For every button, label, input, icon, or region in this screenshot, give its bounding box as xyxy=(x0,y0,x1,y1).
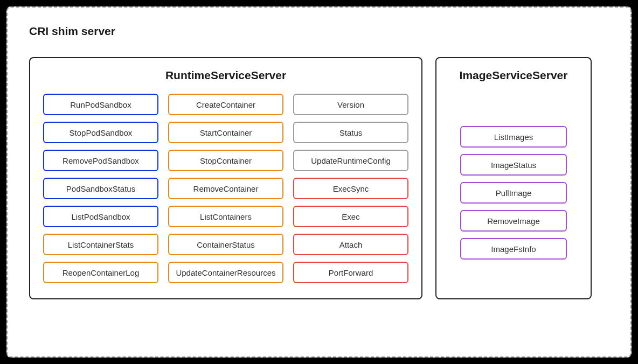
runtime-column-0: RunPodSandbox StopPodSandbox RemovePodSa… xyxy=(43,94,158,283)
method-box: ImageFsInfo xyxy=(460,238,567,260)
runtime-panel-title: RuntimeServiceServer xyxy=(43,69,408,82)
runtime-columns: RunPodSandbox StopPodSandbox RemovePodSa… xyxy=(43,94,408,283)
runtime-column-1: CreateContainer StartContainer StopConta… xyxy=(168,94,283,283)
image-column: ListImages ImageStatus PullImage RemoveI… xyxy=(449,126,578,260)
runtime-column-2: Version Status UpdateRuntimeConfig ExecS… xyxy=(293,94,408,283)
method-box: Status xyxy=(293,122,408,143)
method-box: StopPodSandbox xyxy=(43,122,158,143)
method-box: RemoveContainer xyxy=(168,178,283,199)
method-box: UpdateContainerResources xyxy=(168,262,283,283)
method-box: ListContainers xyxy=(168,206,283,227)
image-panel-title: ImageServiceServer xyxy=(449,69,578,82)
method-box: UpdateRuntimeConfig xyxy=(293,150,408,171)
main-title: CRI shim server xyxy=(29,25,609,38)
panels-row: RuntimeServiceServer RunPodSandbox StopP… xyxy=(29,57,609,299)
method-box: RunPodSandbox xyxy=(43,94,158,115)
method-box: ReopenContainerLog xyxy=(43,262,158,283)
method-box: Version xyxy=(293,94,408,115)
method-box: RemoveImage xyxy=(460,210,567,232)
method-box: ContainerStatus xyxy=(168,234,283,255)
method-box: PortForward xyxy=(293,262,408,283)
method-box: ImageStatus xyxy=(460,154,567,176)
image-service-panel: ImageServiceServer ListImages ImageStatu… xyxy=(435,57,592,299)
method-box: StopContainer xyxy=(168,150,283,171)
method-box: RemovePodSandbox xyxy=(43,150,158,171)
cri-shim-server-container: CRI shim server RuntimeServiceServer Run… xyxy=(6,6,632,358)
method-box: PullImage xyxy=(460,182,567,204)
method-box: ListImages xyxy=(460,126,567,148)
method-box: ListContainerStats xyxy=(43,234,158,255)
method-box: PodSandboxStatus xyxy=(43,178,158,199)
method-box: Attach xyxy=(293,234,408,255)
method-box: ListPodSandbox xyxy=(43,206,158,227)
method-box: Exec xyxy=(293,206,408,227)
method-box: ExecSync xyxy=(293,178,408,199)
runtime-service-panel: RuntimeServiceServer RunPodSandbox StopP… xyxy=(29,57,422,299)
method-box: CreateContainer xyxy=(168,94,283,115)
method-box: StartContainer xyxy=(168,122,283,143)
